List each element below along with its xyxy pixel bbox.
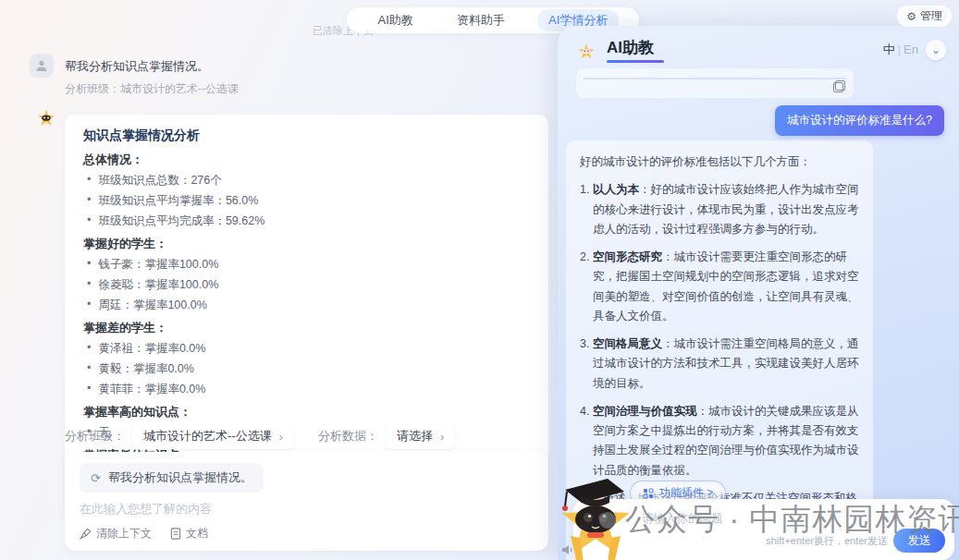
answer-point-label: 空间形态研究 xyxy=(593,250,662,263)
analysis-bullet-item: •班级知识点总数：276个 xyxy=(87,173,530,189)
tab-资料助手[interactable]: 资料助手 xyxy=(446,9,516,31)
analysis-title: 知识点掌握情况分析 xyxy=(83,128,530,144)
answer-point-label: 空间格局意义 xyxy=(593,337,662,350)
bullet-dot: • xyxy=(87,277,91,293)
send-button[interactable]: 发送 xyxy=(893,529,945,553)
analysis-section-heading: 总体情况： xyxy=(83,152,530,168)
answer-point: 2.空间形态研究：城市设计需要更注重空间形态的研究，把握国土空间规划中的空间形态… xyxy=(593,248,859,326)
tab-AI助教[interactable]: AI助教 xyxy=(367,9,424,31)
bullet-dot: • xyxy=(87,382,91,397)
copy-icon[interactable] xyxy=(833,80,845,92)
user-message-row: 帮我分析知识点掌握情况。 xyxy=(30,54,209,78)
chevron-right-icon: › xyxy=(279,430,283,444)
chevron-down-icon: ⌄ xyxy=(931,43,941,56)
title-underline xyxy=(607,60,664,63)
admin-label: 管理 xyxy=(920,8,942,24)
speaker-icon[interactable] xyxy=(561,543,574,556)
app-window: 已清除上下文 AI助教资料助手AI学情分析 ⚙ 管理 帮我分析知识点掌握情况。 … xyxy=(0,0,959,560)
refresh-icon: ⟳ xyxy=(91,471,101,485)
suggestion-chip[interactable]: ⟳ 帮我分析知识点掌握情况。 xyxy=(80,463,264,493)
assistant-empty-bubble xyxy=(576,68,854,98)
plugin-icon xyxy=(643,488,654,499)
answer-point: 3.空间格局意义：城市设计需注重空间格局的意义，通过城市设计的方法和技术工具，实… xyxy=(593,335,859,394)
panel-header-right: 中|En ⌄ xyxy=(883,40,946,60)
admin-button[interactable]: ⚙ 管理 xyxy=(897,6,952,27)
bullet-dot: • xyxy=(87,193,91,209)
send-hint: shift+enter换行，enter发送 xyxy=(766,534,888,548)
ai-avatar-star-icon xyxy=(33,103,59,129)
filters-row: 分析班级：城市设计的艺术--公选课›分析数据：请选择› xyxy=(65,423,455,449)
answer-point-number: 1. xyxy=(580,180,589,200)
answer-point-number: 4. xyxy=(580,402,589,421)
panel-star-icon xyxy=(574,38,598,62)
panel-title: AI助教 xyxy=(607,37,664,58)
filter-dropdown[interactable]: 请选择› xyxy=(386,423,455,449)
analysis-bullet-item: •黄毅：掌握率0.0% xyxy=(87,361,530,377)
filter-group: 分析班级：城市设计的艺术--公选课› xyxy=(65,423,294,449)
analysis-bullet-item: •钱子豪：掌握率100.0% xyxy=(87,257,530,273)
analysis-bullet-item: •班级知识点平均完成率：59.62% xyxy=(87,213,530,229)
answer-intro: 好的城市设计的评价标准包括以下几个方面： xyxy=(580,152,859,172)
broom-icon xyxy=(80,528,92,540)
analysis-bullet-item: •周廷：掌握率100.0% xyxy=(87,298,530,313)
clear-context-button[interactable]: 清除上下文 xyxy=(80,526,152,542)
question-input[interactable] xyxy=(642,512,845,525)
bullet-dot: • xyxy=(87,341,91,357)
bullet-text: 徐菱聪：掌握率100.0% xyxy=(98,277,218,293)
analysis-section-heading: 掌握差的学生： xyxy=(83,320,530,336)
bullet-dot: • xyxy=(87,173,91,189)
empty-bubble-line xyxy=(584,78,846,79)
chat-input[interactable] xyxy=(80,502,523,516)
analysis-bullet-item: •徐菱聪：掌握率100.0% xyxy=(87,277,530,293)
bullet-text: 班级知识点平均完成率：59.62% xyxy=(98,213,264,229)
lang-zh[interactable]: 中 xyxy=(883,43,895,56)
user-avatar xyxy=(30,54,54,78)
collapse-button[interactable]: ⌄ xyxy=(926,40,946,60)
bullet-text: 班级知识点总数：276个 xyxy=(98,173,221,189)
analysis-section-heading: 掌握好的学生： xyxy=(83,236,530,252)
bullet-dot: • xyxy=(87,257,91,273)
bullet-text: 周廷：掌握率100.0% xyxy=(98,298,206,313)
analysis-bullet-item: •班级知识点平均掌握率：56.0% xyxy=(87,193,530,209)
user-question-bubble: 城市设计的评价标准是什么? xyxy=(775,105,944,136)
language-toggle[interactable]: 中|En xyxy=(883,42,918,58)
bullet-text: 黄菲菲：掌握率0.0% xyxy=(98,382,205,397)
answer-point: 4.空间治理与价值实现：城市设计的关键成果应该是从空间方案之中提炼出的行动方案，… xyxy=(593,402,859,481)
docs-label: 文档 xyxy=(186,526,208,542)
filter-label: 分析班级： xyxy=(65,428,125,444)
answer-points-list: 1.以人为本：好的城市设计应该始终把人作为城市空间的核心来进行设计，体现市民为重… xyxy=(580,180,859,481)
answer-point-number: 3. xyxy=(580,335,589,354)
answer-point-number: 2. xyxy=(580,248,589,267)
filter-dropdown[interactable]: 城市设计的艺术--公选课› xyxy=(132,423,294,449)
user-message-text: 帮我分析知识点掌握情况。 xyxy=(65,54,209,78)
filter-group: 分析数据：请选择› xyxy=(318,423,455,449)
lang-separator: | xyxy=(898,43,901,56)
bullet-dot: • xyxy=(87,298,91,313)
gear-icon: ⚙ xyxy=(906,10,916,23)
panel-title-wrap: AI助教 xyxy=(607,37,664,63)
clear-context-label: 清除上下文 xyxy=(96,526,152,542)
person-icon xyxy=(35,59,48,72)
chevron-right-icon: › xyxy=(440,430,444,444)
filter-value: 请选择 xyxy=(397,428,433,444)
bullet-text: 班级知识点平均掌握率：56.0% xyxy=(98,193,258,209)
filter-label: 分析数据： xyxy=(318,428,378,444)
bullet-dot: • xyxy=(87,361,91,377)
suggestion-text: 帮我分析知识点掌握情况。 xyxy=(108,469,252,486)
bullet-text: 黄毅：掌握率0.0% xyxy=(98,361,194,377)
analysis-bullet-item: •黄泽祖：掌握率0.0% xyxy=(87,341,530,357)
answer-point: 1.以人为本：好的城市设计应该始终把人作为城市空间的核心来进行设计，体现市民为重… xyxy=(593,180,859,239)
assistant-panel: AI助教 中|En ⌄ 城市设计的评价标准是什么? 好的城市设计的评价标准包括以… xyxy=(558,26,959,560)
bullet-text: 黄泽祖：掌握率0.0% xyxy=(98,341,205,357)
docs-button[interactable]: 文档 xyxy=(170,526,208,542)
bullet-text: 钱子豪：掌握率100.0% xyxy=(98,257,218,273)
answer-point-label: 以人为本 xyxy=(593,183,639,196)
answer-point-label: 空间治理与价值实现 xyxy=(593,405,697,418)
analysis-bullet-item: •黄菲菲：掌握率0.0% xyxy=(87,382,530,397)
composer-footer: 清除上下文 文档 xyxy=(80,526,208,542)
bullet-dot: • xyxy=(87,213,91,229)
lang-en[interactable]: En xyxy=(904,43,918,56)
composer-card: ⟳ 帮我分析知识点掌握情况。 清除上下文 文档 xyxy=(65,452,548,551)
document-icon xyxy=(170,528,181,540)
analysis-section-heading: 掌握率高的知识点： xyxy=(83,404,530,420)
